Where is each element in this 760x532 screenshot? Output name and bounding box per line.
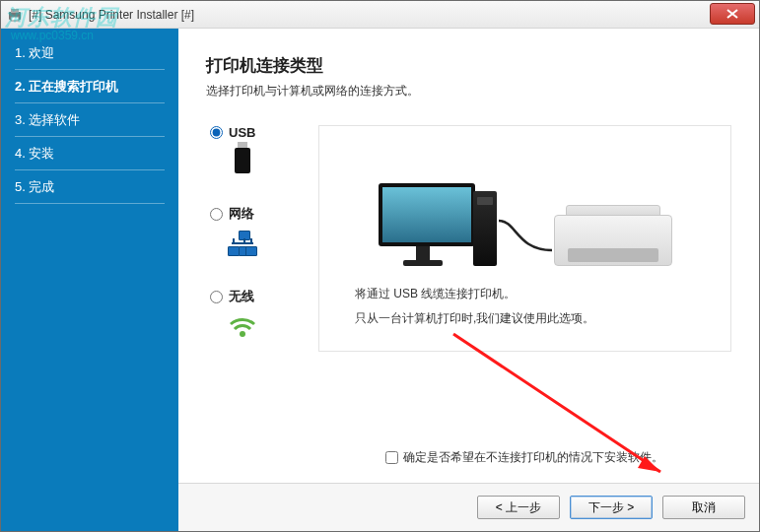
svg-point-3: [240, 331, 245, 337]
body: 1. 欢迎 2. 正在搜索打印机 3. 选择软件 4. 安装 5. 完成 打印机…: [1, 29, 759, 531]
cancel-button[interactable]: 取消: [662, 496, 745, 519]
option-wireless[interactable]: 无线: [210, 288, 318, 341]
option-column: USB 网络: [206, 125, 318, 370]
step-label: 1. 欢迎: [15, 45, 54, 60]
titlebar: [#] Samsung Printer Installer [#]: [1, 1, 759, 29]
option-usb-label: USB: [229, 125, 255, 140]
option-network[interactable]: 网络: [210, 205, 318, 258]
step-label: 3. 选择软件: [15, 112, 80, 127]
page-title: 打印机连接类型: [206, 54, 731, 77]
illustration-text: 将通过 USB 线缆连接打印机。 只从一台计算机打印时,我们建议使用此选项。: [337, 282, 713, 331]
wifi-icon: [228, 311, 257, 341]
printer-icon: [554, 197, 672, 266]
back-button[interactable]: < 上一步: [477, 496, 560, 519]
usb-cable-icon: [497, 217, 554, 256]
step-label: 4. 安装: [15, 146, 54, 161]
svg-rect-1: [11, 9, 19, 13]
install-without-printer-row[interactable]: 确定是否希望在不连接打印机的情况下安装软件。: [385, 449, 663, 466]
step-label: 5. 完成: [15, 179, 54, 194]
step-select-software: 3. 选择软件: [1, 103, 178, 137]
window-title: [#] Samsung Printer Installer [#]: [29, 8, 753, 22]
computer-tower-icon: [473, 191, 497, 266]
illus-line2: 只从一台计算机打印时,我们建议使用此选项。: [355, 306, 713, 331]
svg-rect-2: [11, 17, 19, 21]
main-panel: 打印机连接类型 选择打印机与计算机或网络的连接方式。 USB: [178, 29, 759, 531]
close-button[interactable]: [710, 3, 755, 25]
radio-usb[interactable]: [210, 126, 223, 139]
network-icon: [228, 229, 257, 258]
illustration-panel: 将通过 USB 线缆连接打印机。 只从一台计算机打印时,我们建议使用此选项。: [318, 125, 731, 352]
illustration-image: [337, 140, 713, 266]
main-content: 打印机连接类型 选择打印机与计算机或网络的连接方式。 USB: [178, 29, 759, 483]
radio-network[interactable]: [210, 208, 223, 221]
step-finish: 5. 完成: [1, 170, 178, 204]
usb-icon: [228, 146, 257, 175]
connection-options: USB 网络: [206, 125, 731, 370]
step-install: 4. 安装: [1, 137, 178, 170]
sidebar: 1. 欢迎 2. 正在搜索打印机 3. 选择软件 4. 安装 5. 完成: [1, 29, 178, 531]
option-wireless-label: 无线: [229, 288, 254, 305]
app-icon: [7, 7, 23, 23]
step-welcome: 1. 欢迎: [1, 36, 178, 70]
next-button[interactable]: 下一步 >: [570, 496, 653, 519]
monitor-icon: [379, 183, 467, 266]
button-bar: < 上一步 下一步 > 取消: [178, 483, 759, 531]
install-without-printer-checkbox[interactable]: [385, 451, 398, 464]
step-label: 2. 正在搜索打印机: [15, 79, 118, 94]
option-usb[interactable]: USB: [210, 125, 318, 175]
radio-wireless[interactable]: [210, 291, 223, 303]
page-subtitle: 选择打印机与计算机或网络的连接方式。: [206, 83, 731, 100]
install-without-printer-label: 确定是否希望在不连接打印机的情况下安装软件。: [403, 449, 663, 466]
installer-window: [#] Samsung Printer Installer [#] 河东软件园 …: [0, 0, 760, 532]
illus-line1: 将通过 USB 线缆连接打印机。: [355, 282, 713, 306]
step-search-printer: 2. 正在搜索打印机: [1, 70, 178, 103]
option-network-label: 网络: [229, 205, 254, 223]
